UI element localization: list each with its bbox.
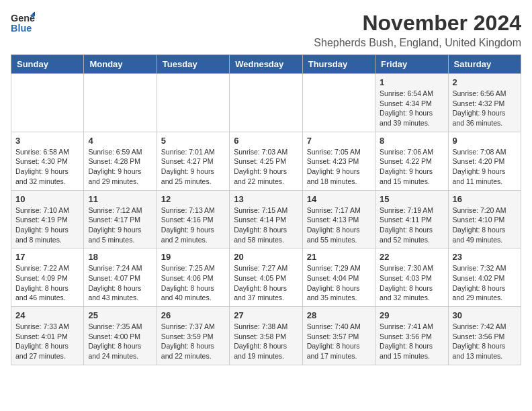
- day-info: Sunrise: 7:33 AMSunset: 4:01 PMDaylight:…: [15, 322, 79, 361]
- weekday-header-thursday: Thursday: [302, 55, 375, 74]
- calendar-cell: 12Sunrise: 7:13 AMSunset: 4:16 PMDayligh…: [157, 190, 229, 248]
- day-info: Sunrise: 7:20 AMSunset: 4:10 PMDaylight:…: [453, 205, 517, 245]
- calendar-cell: 28Sunrise: 7:40 AMSunset: 3:57 PMDayligh…: [302, 307, 375, 365]
- day-number: 5: [161, 136, 225, 146]
- weekday-header-friday: Friday: [375, 55, 448, 74]
- day-info: Sunrise: 7:27 AMSunset: 4:05 PMDaylight:…: [234, 263, 298, 303]
- day-info: Sunrise: 7:40 AMSunset: 3:57 PMDaylight:…: [307, 322, 371, 361]
- calendar-cell: 6Sunrise: 7:03 AMSunset: 4:25 PMDaylight…: [230, 132, 302, 190]
- day-number: 4: [88, 136, 152, 146]
- page-header: General Blue November 2024 Shepherds Bus…: [11, 11, 521, 49]
- calendar-cell: 9Sunrise: 7:08 AMSunset: 4:20 PMDaylight…: [448, 132, 521, 190]
- day-info: Sunrise: 7:10 AMSunset: 4:19 PMDaylight:…: [15, 205, 79, 245]
- calendar-table: SundayMondayTuesdayWednesdayThursdayFrid…: [11, 54, 521, 365]
- day-number: 10: [15, 194, 79, 204]
- calendar-cell: 26Sunrise: 7:37 AMSunset: 3:59 PMDayligh…: [157, 307, 229, 365]
- day-number: 13: [234, 194, 298, 204]
- day-info: Sunrise: 6:56 AMSunset: 4:32 PMDaylight:…: [453, 89, 517, 128]
- day-number: 11: [88, 194, 152, 204]
- day-number: 12: [161, 194, 225, 204]
- calendar-cell: 5Sunrise: 7:01 AMSunset: 4:27 PMDaylight…: [157, 132, 229, 190]
- calendar-cell: [230, 74, 302, 132]
- day-info: Sunrise: 6:59 AMSunset: 4:28 PMDaylight:…: [88, 147, 152, 187]
- calendar-cell: 10Sunrise: 7:10 AMSunset: 4:19 PMDayligh…: [11, 190, 84, 248]
- weekday-header-wednesday: Wednesday: [230, 55, 302, 74]
- day-info: Sunrise: 6:54 AMSunset: 4:34 PMDaylight:…: [380, 89, 443, 128]
- calendar-cell: 20Sunrise: 7:27 AMSunset: 4:05 PMDayligh…: [230, 248, 302, 307]
- calendar-cell: 30Sunrise: 7:42 AMSunset: 3:56 PMDayligh…: [448, 307, 521, 365]
- day-number: 17: [15, 252, 79, 262]
- month-title: November 2024: [314, 11, 521, 36]
- day-number: 3: [15, 136, 79, 146]
- weekday-header-saturday: Saturday: [448, 55, 521, 74]
- day-info: Sunrise: 7:30 AMSunset: 4:03 PMDaylight:…: [380, 263, 443, 303]
- calendar-cell: 4Sunrise: 6:59 AMSunset: 4:28 PMDaylight…: [84, 132, 157, 190]
- calendar-cell: 23Sunrise: 7:32 AMSunset: 4:02 PMDayligh…: [448, 248, 521, 307]
- weekday-header-monday: Monday: [84, 55, 157, 74]
- day-number: 14: [307, 194, 371, 204]
- day-info: Sunrise: 7:25 AMSunset: 4:06 PMDaylight:…: [161, 263, 225, 303]
- day-info: Sunrise: 7:08 AMSunset: 4:20 PMDaylight:…: [453, 147, 517, 187]
- calendar-week-row: 3Sunrise: 6:58 AMSunset: 4:30 PMDaylight…: [11, 132, 521, 190]
- calendar-cell: 29Sunrise: 7:41 AMSunset: 3:56 PMDayligh…: [375, 307, 448, 365]
- calendar-cell: 7Sunrise: 7:05 AMSunset: 4:23 PMDaylight…: [302, 132, 375, 190]
- day-info: Sunrise: 7:13 AMSunset: 4:16 PMDaylight:…: [161, 205, 225, 245]
- calendar-cell: 11Sunrise: 7:12 AMSunset: 4:17 PMDayligh…: [84, 190, 157, 248]
- day-info: Sunrise: 7:29 AMSunset: 4:04 PMDaylight:…: [307, 263, 371, 303]
- weekday-header-tuesday: Tuesday: [157, 55, 229, 74]
- weekday-header-row: SundayMondayTuesdayWednesdayThursdayFrid…: [11, 55, 521, 74]
- day-info: Sunrise: 7:24 AMSunset: 4:07 PMDaylight:…: [88, 263, 152, 303]
- day-number: 9: [453, 136, 517, 146]
- day-info: Sunrise: 7:03 AMSunset: 4:25 PMDaylight:…: [234, 147, 298, 187]
- day-info: Sunrise: 7:38 AMSunset: 3:58 PMDaylight:…: [234, 322, 298, 361]
- calendar-cell: 8Sunrise: 7:06 AMSunset: 4:22 PMDaylight…: [375, 132, 448, 190]
- day-number: 6: [234, 136, 298, 146]
- calendar-week-row: 24Sunrise: 7:33 AMSunset: 4:01 PMDayligh…: [11, 307, 521, 365]
- day-number: 18: [88, 252, 152, 262]
- calendar-cell: 17Sunrise: 7:22 AMSunset: 4:09 PMDayligh…: [11, 248, 84, 307]
- svg-text:Blue: Blue: [11, 23, 32, 34]
- day-info: Sunrise: 7:17 AMSunset: 4:13 PMDaylight:…: [307, 205, 371, 245]
- calendar-cell: 16Sunrise: 7:20 AMSunset: 4:10 PMDayligh…: [448, 190, 521, 248]
- day-info: Sunrise: 7:06 AMSunset: 4:22 PMDaylight:…: [380, 147, 443, 187]
- day-number: 27: [234, 310, 298, 320]
- location-subtitle: Shepherds Bush, England, United Kingdom: [314, 37, 521, 49]
- calendar-cell: 18Sunrise: 7:24 AMSunset: 4:07 PMDayligh…: [84, 248, 157, 307]
- day-number: 30: [453, 310, 517, 320]
- day-number: 29: [380, 310, 443, 320]
- day-info: Sunrise: 7:42 AMSunset: 3:56 PMDaylight:…: [453, 322, 517, 361]
- day-number: 15: [380, 194, 443, 204]
- day-number: 22: [380, 252, 443, 262]
- calendar-cell: 13Sunrise: 7:15 AMSunset: 4:14 PMDayligh…: [230, 190, 302, 248]
- calendar-cell: 15Sunrise: 7:19 AMSunset: 4:11 PMDayligh…: [375, 190, 448, 248]
- calendar-cell: 19Sunrise: 7:25 AMSunset: 4:06 PMDayligh…: [157, 248, 229, 307]
- day-number: 19: [161, 252, 225, 262]
- day-info: Sunrise: 7:32 AMSunset: 4:02 PMDaylight:…: [453, 263, 517, 303]
- day-info: Sunrise: 7:22 AMSunset: 4:09 PMDaylight:…: [15, 263, 79, 303]
- day-number: 26: [161, 310, 225, 320]
- day-number: 28: [307, 310, 371, 320]
- day-info: Sunrise: 7:35 AMSunset: 4:00 PMDaylight:…: [88, 322, 152, 361]
- calendar-cell: [11, 74, 84, 132]
- day-number: 20: [234, 252, 298, 262]
- calendar-cell: [302, 74, 375, 132]
- logo: General Blue: [11, 11, 35, 35]
- day-number: 2: [453, 77, 517, 87]
- day-info: Sunrise: 7:15 AMSunset: 4:14 PMDaylight:…: [234, 205, 298, 245]
- day-number: 25: [88, 310, 152, 320]
- calendar-cell: [157, 74, 229, 132]
- calendar-cell: 22Sunrise: 7:30 AMSunset: 4:03 PMDayligh…: [375, 248, 448, 307]
- day-info: Sunrise: 7:19 AMSunset: 4:11 PMDaylight:…: [380, 205, 443, 245]
- calendar-cell: 24Sunrise: 7:33 AMSunset: 4:01 PMDayligh…: [11, 307, 84, 365]
- day-number: 16: [453, 194, 517, 204]
- calendar-week-row: 1Sunrise: 6:54 AMSunset: 4:34 PMDaylight…: [11, 74, 521, 132]
- day-number: 7: [307, 136, 371, 146]
- day-info: Sunrise: 7:12 AMSunset: 4:17 PMDaylight:…: [88, 205, 152, 245]
- calendar-cell: 25Sunrise: 7:35 AMSunset: 4:00 PMDayligh…: [84, 307, 157, 365]
- calendar-cell: 3Sunrise: 6:58 AMSunset: 4:30 PMDaylight…: [11, 132, 84, 190]
- day-number: 21: [307, 252, 371, 262]
- calendar-cell: 21Sunrise: 7:29 AMSunset: 4:04 PMDayligh…: [302, 248, 375, 307]
- day-number: 1: [380, 77, 443, 87]
- calendar-cell: 27Sunrise: 7:38 AMSunset: 3:58 PMDayligh…: [230, 307, 302, 365]
- calendar-cell: 14Sunrise: 7:17 AMSunset: 4:13 PMDayligh…: [302, 190, 375, 248]
